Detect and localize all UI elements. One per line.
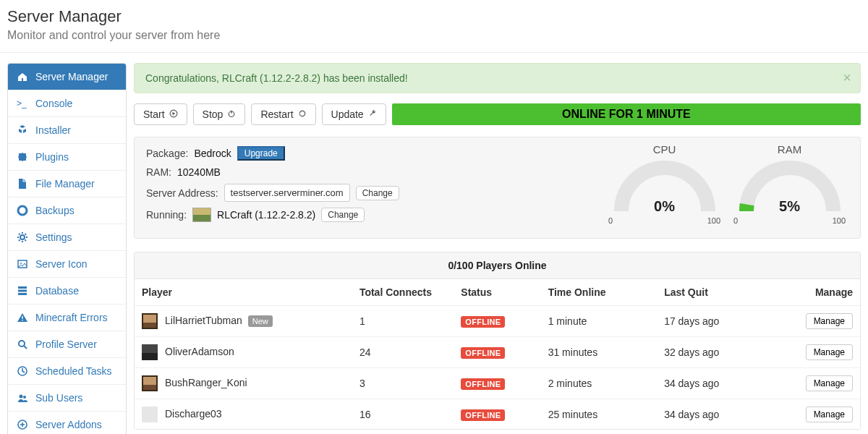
sidebar-item-file-manager[interactable]: File Manager bbox=[8, 171, 126, 197]
sidebar-item-label: Database bbox=[35, 285, 79, 297]
svg-point-14 bbox=[23, 396, 26, 399]
table-row: OliverAdamson 24 OFFLINE 31 minutes 32 d… bbox=[135, 337, 860, 368]
sidebar-item-server-icon[interactable]: Server Icon bbox=[8, 251, 126, 278]
player-last-quit: 17 days ago bbox=[657, 306, 773, 337]
player-name: BushRanger_Koni bbox=[165, 377, 247, 388]
sidebar-item-label: Settings bbox=[35, 231, 72, 243]
sidebar-item-label: Server Manager bbox=[35, 71, 108, 82]
table-row: LilHarrietTubman New 1 OFFLINE 1 minute … bbox=[135, 306, 860, 337]
change-address-button[interactable]: Change bbox=[356, 186, 399, 200]
ram-label: RAM: bbox=[146, 166, 171, 178]
status-badge: OFFLINE bbox=[461, 409, 505, 421]
sidebar-item-label: File Manager bbox=[35, 178, 95, 190]
control-row: Start Stop Restart Update ONLINE FOR 1 M… bbox=[134, 103, 861, 125]
player-avatar bbox=[142, 344, 158, 360]
wrench-icon bbox=[368, 109, 377, 120]
play-icon bbox=[169, 109, 178, 120]
sidebar-item-database[interactable]: Database bbox=[8, 278, 126, 305]
sidebar-item-minecraft-errors[interactable]: Minecraft Errors bbox=[8, 305, 126, 331]
manage-button[interactable]: Manage bbox=[806, 407, 853, 422]
cpu-gauge-title: CPU bbox=[607, 143, 722, 156]
player-last-quit: 32 days ago bbox=[657, 337, 773, 368]
svg-point-4 bbox=[20, 263, 22, 264]
player-connects: 24 bbox=[352, 337, 454, 368]
sidebar-item-plugins[interactable]: Plugins bbox=[8, 144, 126, 171]
player-name: Discharge03 bbox=[165, 408, 222, 420]
player-name: OliverAdamson bbox=[165, 346, 234, 357]
sidebar-item-server-addons[interactable]: Server Addons bbox=[8, 412, 126, 434]
sidebar-item-settings[interactable]: Settings bbox=[8, 224, 126, 251]
player-time-online: 25 minutes bbox=[541, 399, 657, 430]
page-subtitle: Monitor and control your server from her… bbox=[7, 29, 861, 42]
page-title: Server Manager bbox=[7, 7, 861, 26]
sidebar-item-label: Backups bbox=[35, 205, 75, 216]
ram-gauge-value: 5% bbox=[736, 198, 844, 215]
change-modpack-button[interactable]: Change bbox=[321, 208, 365, 222]
upgrade-button[interactable]: Upgrade bbox=[237, 146, 285, 161]
svg-point-2 bbox=[20, 235, 25, 239]
running-label: Running: bbox=[146, 209, 187, 221]
online-status-bar: ONLINE FOR 1 MINUTE bbox=[392, 103, 861, 125]
sidebar-item-label: Plugins bbox=[35, 151, 69, 163]
install-alert-text: Congratulations, RLCraft (1.12.2-2.8.2) … bbox=[145, 72, 408, 84]
refresh-icon bbox=[298, 109, 307, 120]
col-last: Last Quit bbox=[657, 279, 773, 306]
alert-close-button[interactable]: × bbox=[843, 69, 851, 86]
players-table-scroll[interactable]: Player Total Connects Status Time Online… bbox=[135, 279, 860, 429]
players-header: 0/100 Players Online bbox=[135, 252, 860, 279]
image-icon bbox=[17, 258, 28, 270]
player-last-quit: 34 days ago bbox=[657, 399, 773, 430]
warning-icon bbox=[17, 312, 28, 323]
package-label: Package: bbox=[146, 148, 188, 159]
sidebar-item-label: Server Addons bbox=[35, 419, 102, 430]
sidebar-item-label: Console bbox=[35, 98, 72, 109]
clock-icon bbox=[17, 365, 28, 377]
start-button[interactable]: Start bbox=[134, 103, 187, 125]
col-manage: Manage bbox=[773, 279, 860, 306]
sidebar-item-console[interactable]: >_Console bbox=[8, 90, 126, 117]
svg-point-13 bbox=[20, 395, 23, 399]
lifebuoy-icon bbox=[17, 205, 28, 216]
sidebar-item-sub-users[interactable]: Sub Users bbox=[8, 385, 126, 412]
file-icon bbox=[17, 178, 28, 190]
col-player: Player bbox=[135, 279, 352, 306]
ram-gauge-title: RAM bbox=[732, 143, 847, 156]
svg-line-11 bbox=[24, 346, 27, 349]
terminal-icon: >_ bbox=[17, 98, 28, 109]
col-connects: Total Connects bbox=[352, 279, 454, 306]
sidebar-item-installer[interactable]: Installer bbox=[8, 117, 126, 144]
server-address-box[interactable]: testserver.serverminer.com bbox=[224, 184, 350, 202]
manage-button[interactable]: Manage bbox=[806, 313, 853, 329]
sidebar-item-label: Scheduled Tasks bbox=[35, 365, 112, 377]
table-row: BushRanger_Koni 3 OFFLINE 2 minutes 34 d… bbox=[135, 368, 860, 399]
status-badge: OFFLINE bbox=[461, 378, 505, 390]
address-label: Server Address: bbox=[146, 187, 218, 199]
manage-button[interactable]: Manage bbox=[806, 344, 853, 360]
plus-icon bbox=[17, 419, 28, 430]
new-badge: New bbox=[248, 315, 273, 327]
sidebar-item-backups[interactable]: Backups bbox=[8, 197, 126, 224]
player-connects: 1 bbox=[352, 306, 454, 337]
sidebar-item-scheduled-tasks[interactable]: Scheduled Tasks bbox=[8, 358, 126, 385]
player-connects: 3 bbox=[352, 368, 454, 399]
sidebar-item-label: Server Icon bbox=[35, 258, 88, 270]
svg-text:>_: >_ bbox=[17, 98, 27, 109]
manage-button[interactable]: Manage bbox=[806, 375, 853, 391]
sidebar-item-server-manager[interactable]: Server Manager bbox=[8, 64, 126, 90]
svg-rect-5 bbox=[18, 286, 27, 289]
svg-rect-6 bbox=[18, 290, 27, 292]
update-button[interactable]: Update bbox=[322, 103, 386, 125]
player-avatar bbox=[142, 375, 158, 391]
home-icon bbox=[17, 71, 28, 82]
users-icon bbox=[17, 392, 28, 404]
col-status: Status bbox=[454, 279, 540, 306]
sidebar-item-profile-server[interactable]: Profile Server bbox=[8, 331, 126, 358]
cpu-gauge: CPU 0% 0100 bbox=[607, 143, 722, 232]
puzzle-icon bbox=[17, 151, 28, 163]
restart-button[interactable]: Restart bbox=[251, 103, 315, 125]
col-time: Time Online bbox=[541, 279, 657, 306]
stop-button[interactable]: Stop bbox=[193, 103, 246, 125]
sidebar-item-label: Installer bbox=[35, 124, 71, 136]
player-connects: 16 bbox=[352, 399, 454, 430]
running-value: RLCraft (1.12.2-2.8.2) bbox=[217, 209, 315, 221]
